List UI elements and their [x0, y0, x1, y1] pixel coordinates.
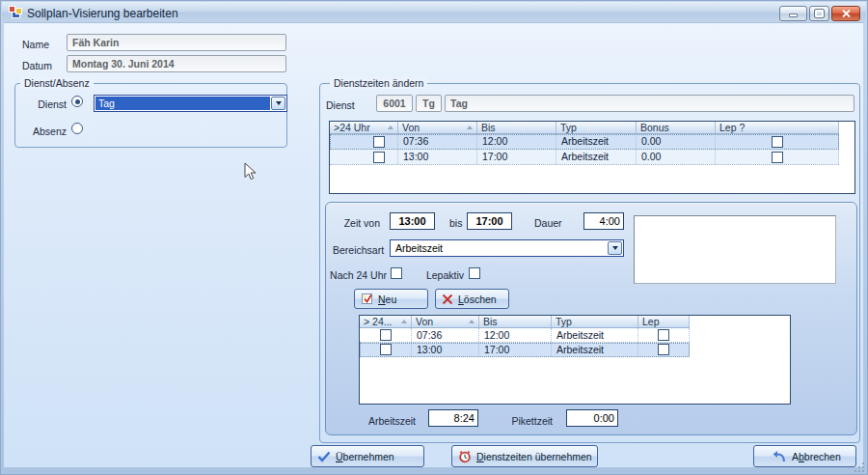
sort-asc-icon — [388, 126, 393, 129]
bis-label: bis — [449, 217, 462, 229]
arbeitszeit-field[interactable]: 8:24 — [428, 409, 478, 427]
dienstzeiten-table[interactable]: >24 Uhr Von Bis Typ Bonus Lep ? 07:36 12… — [329, 121, 855, 194]
dienst-code-field[interactable]: 6001 — [376, 95, 413, 112]
column-header-typ[interactable]: Typ — [552, 316, 638, 327]
dienst-absenz-group-label: Dienst/Absenz — [20, 77, 94, 89]
dienst-absenz-group — [14, 83, 287, 148]
name-field[interactable]: Fäh Karin — [67, 34, 286, 51]
column-header-typ[interactable]: Typ — [556, 122, 637, 133]
column-header-bis[interactable]: Bis — [479, 316, 552, 327]
dialog-window: Sollplan-Visierung bearbeiten Name Fäh K… — [0, 0, 868, 475]
dienst-radio[interactable] — [71, 96, 83, 107]
sort-asc-icon — [401, 320, 407, 323]
checkbox-lep[interactable] — [658, 329, 669, 341]
loeschen-button[interactable]: Löschen — [435, 289, 509, 309]
arbeitszeit-label: Arbeitszeit — [367, 415, 416, 427]
checkbox-lep[interactable] — [658, 344, 669, 355]
name-label: Name — [22, 39, 49, 50]
table-header[interactable]: > 24... Von Bis Typ Lep — [360, 316, 690, 328]
checkbox-lep[interactable] — [772, 152, 783, 163]
nach24-label: Nach 24 Uhr — [319, 269, 387, 281]
bis-field[interactable]: 17:00 — [467, 212, 512, 230]
dienst-short-field[interactable]: Tg — [416, 95, 442, 112]
mouse-cursor — [244, 162, 257, 181]
table-row[interactable]: 13:00 17:00 Arbeitszeit — [360, 343, 690, 357]
column-header-bis[interactable]: Bis — [477, 122, 556, 133]
bemerkung-textarea[interactable] — [634, 215, 836, 284]
column-header-lep[interactable]: Lep ? — [716, 122, 839, 133]
uebernehmen-button[interactable]: Übernehmen — [311, 445, 424, 467]
dienst-combobox-dropdown[interactable] — [271, 97, 285, 110]
checkbox-24uhr[interactable] — [373, 136, 385, 148]
datum-field[interactable]: Montag 30. Juni 2014 — [67, 55, 286, 72]
resize-grip[interactable] — [854, 462, 864, 472]
dienst-combobox-value: Tag — [95, 97, 270, 110]
column-header-lep[interactable]: Lep — [638, 316, 690, 327]
lepaktiv-checkbox[interactable] — [469, 267, 480, 279]
clock-icon — [458, 450, 472, 463]
new-entry-icon — [361, 293, 373, 305]
zeiten-detail-table[interactable]: > 24... Von Bis Typ Lep 07:36 12:00 Arbe… — [359, 315, 791, 405]
dienst-radio-label: Dienst — [28, 98, 67, 110]
absenz-radio[interactable] — [71, 123, 83, 134]
dienstzeiten-group-label: Dienstzeiten ändern — [330, 77, 427, 89]
column-header-24uhr[interactable]: > 24... — [360, 316, 412, 327]
pikettzeit-field[interactable]: 0:00 — [566, 409, 618, 427]
delete-icon — [442, 293, 453, 305]
dauer-field[interactable]: 4:00 — [583, 212, 624, 230]
column-header-bonus[interactable]: Bonus — [637, 122, 716, 133]
table-row[interactable]: 07:36 12:00 Arbeitszeit 0.00 — [330, 134, 839, 150]
dauer-label: Dauer — [534, 217, 562, 229]
checkbox-lep[interactable] — [772, 136, 783, 148]
sort-asc-icon — [467, 126, 473, 129]
neu-button[interactable]: Neu — [354, 289, 428, 309]
bereichsart-value: Arbeitszeit — [392, 241, 607, 255]
pikettzeit-label: Pikettzeit — [509, 415, 553, 427]
dienst-combobox[interactable]: Tag — [94, 95, 287, 112]
checkbox-24uhr[interactable] — [380, 344, 392, 355]
column-header-von[interactable]: Von — [398, 122, 477, 133]
column-header-24uhr[interactable]: >24 Uhr — [330, 122, 398, 133]
table-row[interactable]: 13:00 17:00 Arbeitszeit 0.00 — [330, 150, 839, 165]
bereichsart-combobox[interactable]: Arbeitszeit — [390, 239, 624, 257]
table-header[interactable]: >24 Uhr Von Bis Typ Bonus Lep ? — [330, 122, 839, 134]
undo-icon — [772, 450, 787, 462]
chevron-down-icon — [612, 246, 618, 250]
bereichsart-label: Bereichsart — [333, 244, 384, 256]
column-header-von[interactable]: Von — [412, 316, 479, 327]
checkbox-24uhr[interactable] — [380, 329, 392, 341]
zeit-von-field[interactable]: 13:00 — [390, 212, 435, 230]
absenz-radio-label: Absenz — [28, 126, 67, 137]
dienst-field-label: Dienst — [326, 99, 355, 111]
chevron-down-icon — [276, 101, 282, 105]
zeit-von-label: Zeit von — [332, 217, 380, 229]
datum-label: Datum — [22, 60, 52, 71]
checkbox-24uhr[interactable] — [373, 152, 385, 163]
dienst-name-field[interactable]: Tag — [445, 95, 854, 112]
dienstzeiten-uebernehmen-button[interactable]: Dienstzeiten übernehmen — [451, 445, 598, 467]
check-icon — [317, 451, 331, 462]
table-row[interactable]: 07:36 12:00 Arbeitszeit — [360, 328, 690, 343]
abbrechen-button[interactable]: Abbrechen — [753, 445, 856, 467]
lepaktiv-label: Lepaktiv — [406, 269, 464, 281]
sort-asc-icon — [469, 320, 475, 323]
bereichsart-dropdown[interactable] — [608, 241, 622, 255]
nach24-checkbox[interactable] — [391, 267, 402, 279]
